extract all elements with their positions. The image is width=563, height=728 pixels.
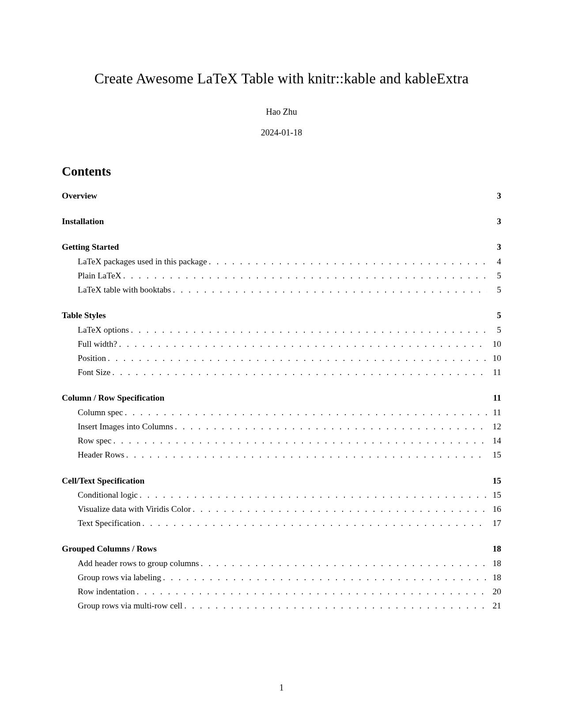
- toc-leader: . . . . . . . . . . . . . . . . . . . . …: [123, 269, 487, 282]
- toc-title: LaTeX options: [78, 323, 129, 337]
- toc-title: Row spec: [78, 434, 111, 447]
- toc-heading-entry[interactable]: Overview . . . . . . . . . . . . . . . .…: [62, 189, 501, 203]
- toc-page: 10: [489, 352, 501, 365]
- toc-section: Column / Row Specification . . . . . . .…: [62, 391, 501, 462]
- toc-sub-entry[interactable]: Full width? . . . . . . . . . . . . . . …: [62, 338, 501, 351]
- toc-title: Position: [78, 352, 106, 365]
- toc-page: 10: [489, 338, 501, 351]
- toc-page: 11: [489, 406, 501, 419]
- toc-page: 3: [489, 189, 501, 203]
- toc-sub-entry[interactable]: Group rows via labeling . . . . . . . . …: [62, 571, 501, 584]
- toc-title: Group rows via labeling: [78, 571, 161, 584]
- toc-sub-entry[interactable]: LaTeX options . . . . . . . . . . . . . …: [62, 323, 501, 337]
- toc-sub-entry[interactable]: Add header rows to group columns . . . .…: [62, 557, 501, 570]
- toc-page: 18: [489, 571, 501, 584]
- toc-title: Overview: [62, 189, 97, 203]
- toc-section: Installation . . . . . . . . . . . . . .…: [62, 215, 501, 228]
- toc-sub-entry[interactable]: Text Specification . . . . . . . . . . .…: [62, 517, 501, 530]
- toc-sub-entry[interactable]: Row spec . . . . . . . . . . . . . . . .…: [62, 434, 501, 447]
- toc-sub-entry[interactable]: Insert Images into Columns . . . . . . .…: [62, 420, 501, 433]
- toc-leader: . . . . . . . . . . . . . . . . . . . . …: [112, 366, 487, 379]
- toc-page: 4: [489, 255, 501, 268]
- toc-heading-entry[interactable]: Column / Row Specification . . . . . . .…: [62, 391, 501, 405]
- toc-page: 12: [489, 420, 501, 433]
- toc-page: 15: [489, 474, 501, 488]
- toc-leader: . . . . . . . . . . . . . . . . . . . . …: [175, 420, 487, 433]
- toc-sub-entry[interactable]: Position . . . . . . . . . . . . . . . .…: [62, 352, 501, 365]
- toc-page: 18: [489, 542, 501, 555]
- toc-title: Plain LaTeX: [78, 269, 121, 282]
- toc-heading-entry[interactable]: Installation . . . . . . . . . . . . . .…: [62, 215, 501, 228]
- toc-leader: . . . . . . . . . . . . . . . . . . . . …: [184, 599, 487, 612]
- toc-leader: . . . . . . . . . . . . . . . . . . . . …: [108, 352, 487, 365]
- toc-leader: . . . . . . . . . . . . . . . . . . . . …: [126, 448, 487, 462]
- toc-title: Full width?: [78, 338, 117, 351]
- toc-title: LaTeX packages used in this package: [78, 255, 207, 268]
- document-title: Create Awesome LaTeX Table with knitr::k…: [62, 71, 501, 87]
- toc-title: Column / Row Specification: [62, 391, 164, 405]
- toc-title: Cell/Text Specification: [62, 474, 144, 488]
- toc-title: Insert Images into Columns: [78, 420, 173, 433]
- toc-title: Grouped Columns / Rows: [62, 542, 157, 555]
- toc-leader: . . . . . . . . . . . . . . . . . . . . …: [173, 283, 487, 296]
- toc-title: Group rows via multi-row cell: [78, 599, 182, 612]
- toc-page: 14: [489, 434, 501, 447]
- toc-title: Column spec: [78, 406, 123, 419]
- toc-page: 3: [489, 215, 501, 228]
- toc-section: Table Styles . . . . . . . . . . . . . .…: [62, 309, 501, 379]
- toc-heading-entry[interactable]: Table Styles . . . . . . . . . . . . . .…: [62, 309, 501, 322]
- toc-page: 5: [489, 269, 501, 282]
- toc-sub-entry[interactable]: Visualize data with Viridis Color . . . …: [62, 503, 501, 516]
- toc-leader: . . . . . . . . . . . . . . . . . . . . …: [113, 434, 487, 447]
- toc-sub-entry[interactable]: Column spec . . . . . . . . . . . . . . …: [62, 406, 501, 419]
- contents-heading: Contents: [62, 164, 501, 179]
- toc-page: 17: [489, 517, 501, 530]
- toc-page: 5: [489, 323, 501, 337]
- toc-leader: . . . . . . . . . . . . . . . . . . . . …: [140, 488, 487, 502]
- toc-title: Header Rows: [78, 448, 125, 462]
- toc-leader: . . . . . . . . . . . . . . . . . . . . …: [209, 255, 487, 268]
- toc-sub-entry[interactable]: Row indentation . . . . . . . . . . . . …: [62, 585, 501, 598]
- toc-page: 11: [489, 366, 501, 379]
- page-number: 1: [0, 683, 563, 693]
- document-date: 2024-01-18: [62, 128, 501, 138]
- toc-page: 5: [489, 283, 501, 296]
- toc-page: 15: [489, 448, 501, 462]
- toc-heading-entry[interactable]: Grouped Columns / Rows . . . . . . . . .…: [62, 542, 501, 555]
- toc-sub-entry[interactable]: Conditional logic . . . . . . . . . . . …: [62, 488, 501, 502]
- document-author: Hao Zhu: [62, 107, 501, 117]
- toc-title: Font Size: [78, 366, 110, 379]
- toc-sub-entry[interactable]: LaTeX packages used in this package . . …: [62, 255, 501, 268]
- toc-title: Table Styles: [62, 309, 106, 322]
- toc-page: 5: [489, 309, 501, 322]
- toc-page: 18: [489, 557, 501, 570]
- toc-heading-entry[interactable]: Getting Started . . . . . . . . . . . . …: [62, 240, 501, 254]
- toc-leader: . . . . . . . . . . . . . . . . . . . . …: [136, 585, 487, 598]
- toc-section: Overview . . . . . . . . . . . . . . . .…: [62, 189, 501, 203]
- toc-leader: . . . . . . . . . . . . . . . . . . . . …: [193, 503, 487, 516]
- toc-section: Cell/Text Specification . . . . . . . . …: [62, 474, 501, 530]
- toc-title: Text Specification: [78, 517, 140, 530]
- toc-page: 20: [489, 585, 501, 598]
- toc-sub-entry[interactable]: Header Rows . . . . . . . . . . . . . . …: [62, 448, 501, 462]
- toc-page: 11: [489, 391, 501, 405]
- toc-title: Installation: [62, 215, 104, 228]
- toc-sub-entry[interactable]: LaTeX table with booktabs . . . . . . . …: [62, 283, 501, 296]
- toc-title: Getting Started: [62, 240, 119, 254]
- toc-page: 21: [489, 599, 501, 612]
- toc-leader: . . . . . . . . . . . . . . . . . . . . …: [119, 338, 487, 351]
- toc-leader: . . . . . . . . . . . . . . . . . . . . …: [201, 557, 487, 570]
- document-page: Create Awesome LaTeX Table with knitr::k…: [0, 0, 563, 612]
- toc-title: Conditional logic: [78, 488, 138, 502]
- toc-sub-entry[interactable]: Group rows via multi-row cell . . . . . …: [62, 599, 501, 612]
- toc-page: 16: [489, 503, 501, 516]
- toc-sub-entry[interactable]: Plain LaTeX . . . . . . . . . . . . . . …: [62, 269, 501, 282]
- toc-title: Add header rows to group columns: [78, 557, 199, 570]
- toc-title: LaTeX table with booktabs: [78, 283, 171, 296]
- toc-title: Visualize data with Viridis Color: [78, 503, 191, 516]
- table-of-contents: Overview . . . . . . . . . . . . . . . .…: [62, 189, 501, 612]
- toc-sub-entry[interactable]: Font Size . . . . . . . . . . . . . . . …: [62, 366, 501, 379]
- toc-leader: . . . . . . . . . . . . . . . . . . . . …: [142, 517, 487, 530]
- toc-leader: . . . . . . . . . . . . . . . . . . . . …: [163, 571, 487, 584]
- toc-heading-entry[interactable]: Cell/Text Specification . . . . . . . . …: [62, 474, 501, 488]
